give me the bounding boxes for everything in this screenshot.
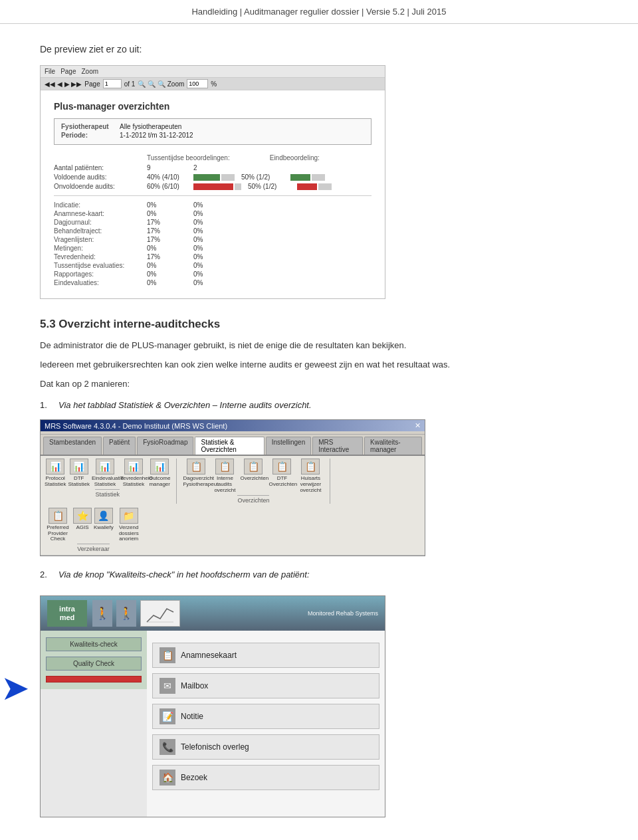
software-screenshot: MRS Software 4.3.0.4 - Demo Instituut (M… — [40, 419, 425, 556]
fysiotherapeut-value: Alle fysiotherapeuten — [120, 123, 181, 130]
item1-text: Via het tabblad Statistiek & Overzichten… — [58, 400, 312, 410]
sw-tool-icon: 📋 — [49, 508, 67, 524]
sw-tool-label: Overzichten — [240, 476, 266, 482]
metric-row: Vragenlijsten:17%0% — [54, 236, 372, 243]
preview-nav-bar: ◀◀ ◀ ▶ ▶▶ Page of 1 🔍 🔍 🔍 Zoom % — [41, 78, 385, 90]
periode-label: Periode: — [61, 132, 114, 139]
sw-tool[interactable]: 📋Huisarts verwijzeroverzicht — [297, 459, 324, 493]
patient-figures: 🚶 🚶 — [92, 600, 180, 627]
bar-voldoende-e-green — [290, 174, 310, 181]
sw-tab[interactable]: Patiënt — [103, 437, 136, 455]
sw-tool[interactable]: 📊EindevaluatieStatistiek — [92, 459, 118, 488]
sw-tool[interactable]: 📊TevredenheidStatistiek — [120, 459, 147, 488]
sw-tool-icon: 📋 — [244, 459, 263, 474]
sw-tool[interactable]: ⭐AGIS — [73, 508, 92, 542]
sidebar-kwaliteits-check[interactable]: Kwaliteits-check — [46, 637, 142, 651]
sw-tool-label: PreferredProvider Check — [45, 525, 71, 542]
sw-tool[interactable]: 📁Verzend dossiersanoriem — [116, 508, 142, 542]
col-tussentijds: Tussentijdse beoordelingen: — [147, 154, 230, 161]
metric-row: Indicatie:0%0% — [54, 201, 372, 209]
metric-val-t: 17% — [147, 236, 193, 243]
col-eind: Eindbeoordeling: — [270, 154, 320, 161]
patient-menu-item[interactable]: 📞Telefonisch overleg — [152, 734, 379, 760]
sw-tab[interactable]: Kwaliteits-manager — [364, 437, 422, 455]
preview-info-table: Fysiotherapeut Alle fysiotherapeuten Per… — [54, 118, 372, 145]
sw-tool[interactable]: 📊DTFStatistiek — [68, 459, 89, 488]
sw-tool-label: Huisarts verwijzeroverzicht — [297, 476, 324, 493]
sw-tool[interactable]: 👤Kwaliefy — [94, 508, 114, 542]
metric-val-t: 0% — [147, 262, 193, 269]
sidebar-highlight-btn[interactable] — [46, 676, 142, 682]
menu-item-label: Telefonisch overleg — [181, 742, 249, 752]
metric-val-t: 0% — [147, 201, 193, 209]
mrs-brand: Monitored Rehab Systems — [185, 610, 378, 617]
metric-val-e: 0% — [193, 253, 203, 261]
metric-val-e: 0% — [193, 236, 203, 243]
sw-tool-label: Verzend dossiersanoriem — [116, 525, 142, 542]
metric-val-t: 0% — [147, 279, 193, 286]
sw-tool-icon: 📋 — [301, 459, 320, 474]
sw-tool[interactable]: 📋Interne auditsoverzicht — [211, 459, 238, 493]
section-heading: 5.3 Overzicht interne-auditchecks — [40, 318, 598, 331]
row-voldoende-e: 50% (1/2) — [241, 173, 288, 181]
metric-val-e: 0% — [193, 262, 203, 269]
sw-tab[interactable]: FysioRoadmap — [137, 437, 193, 455]
metric-label: Tussentijdse evaluaties: — [54, 262, 147, 269]
sw-tool[interactable]: 📋DTFOverzichten — [268, 459, 295, 493]
sw-tab[interactable]: Stambestanden — [43, 437, 102, 455]
patient-figure-1: 🚶 — [92, 600, 112, 627]
patient-main: 📋Anamnesekaart✉Mailbox📝Notitie📞Telefonis… — [147, 631, 385, 817]
metric-val-e: 0% — [193, 210, 203, 217]
patient-menu-item[interactable]: 📋Anamnesekaart — [152, 643, 379, 668]
sw-tool-icon: 👤 — [94, 508, 113, 524]
page-content: De preview ziet er zo uit: File Page Zoo… — [0, 24, 638, 840]
patient-logo-text: intramed — [59, 605, 75, 622]
metric-row: Tussentijdse evaluaties:0%0% — [54, 262, 372, 269]
row-aantal-label: Aantal patiënten: — [54, 164, 147, 171]
metric-label: Dagjournaul: — [54, 219, 147, 226]
page-input[interactable] — [103, 79, 122, 88]
patient-menu-item[interactable]: 📝Notitie — [152, 704, 379, 729]
row-onvoldoende-e: 50% (1/2) — [248, 183, 294, 190]
preview-report-screenshot: File Page Zoom ◀◀ ◀ ▶ ▶▶ Page of 1 🔍 🔍 🔍… — [40, 65, 385, 299]
sidebar-quality-check[interactable]: Quality Check — [46, 657, 142, 671]
bar-onvoldoende-e-red — [297, 183, 317, 190]
sw-tool[interactable]: 📋PreferredProvider Check — [45, 508, 71, 542]
sw-tab[interactable]: Instellingen — [266, 437, 312, 455]
sw-tool-label: DagoverzichtFysiotherapeut — [183, 476, 209, 488]
sw-tool-label: DTFStatistiek — [68, 476, 89, 488]
metric-row: Rapportages:0%0% — [54, 270, 372, 278]
metric-label: Eindevaluaties: — [54, 279, 147, 286]
menu-item-icon: 📞 — [160, 739, 175, 755]
blue-arrow-indicator: ➤ — [1, 671, 30, 705]
row-onvoldoende-label: Onvoldoende audits: — [54, 183, 147, 190]
row-voldoende-label: Voldoende audits: — [54, 173, 147, 181]
row-onvoldoende: Onvoldoende audits: 60% (6/10) 50% (1/2) — [54, 183, 372, 190]
sw-tab[interactable]: MRS Interactive — [312, 437, 363, 455]
sw-tool-icon: 📊 — [46, 459, 64, 474]
sw-tool[interactable]: 📋DagoverzichtFysiotherapeut — [183, 459, 209, 493]
patient-menu-item[interactable]: ✉Mailbox — [152, 673, 379, 698]
bar-onvoldoende-gray — [235, 183, 241, 190]
metric-val-e: 0% — [193, 270, 203, 278]
patient-sidebar: Kwaliteits-check Quality Check — [41, 631, 147, 689]
sw-title: MRS Software 4.3.0.4 - Demo Instituut (M… — [45, 422, 227, 430]
sw-tool[interactable]: 📋Overzichten — [240, 459, 266, 493]
metric-label: Behandeltraject: — [54, 227, 147, 235]
sw-tool[interactable]: 📊ProtocolStatistiek — [45, 459, 66, 488]
row-aantal-t: 9 — [147, 164, 193, 171]
page-header: Handleiding | Auditmanager regulier doss… — [0, 0, 638, 24]
stats-header: Tussentijdse beoordelingen: Eindbeoordel… — [54, 154, 372, 161]
sw-tool-label: Interne auditsoverzicht — [211, 476, 238, 493]
metric-val-e: 0% — [193, 245, 203, 252]
metric-val-e: 0% — [193, 227, 203, 235]
bar-voldoende-e-gray — [312, 174, 325, 181]
metric-val-t: 0% — [147, 210, 193, 217]
sw-tool[interactable]: 📊Outcomemanager — [149, 459, 170, 488]
sw-tool-label: EindevaluatieStatistiek — [92, 476, 118, 488]
zoom-input[interactable] — [187, 79, 208, 88]
patient-menu-item[interactable]: 🏠Bezoek — [152, 765, 379, 790]
sw-tool-label: Kwaliefy — [94, 525, 114, 531]
sw-tab[interactable]: Statistiek & Overzichten — [195, 437, 264, 455]
row-onvoldoende-t: 60% (6/10) — [147, 183, 193, 190]
